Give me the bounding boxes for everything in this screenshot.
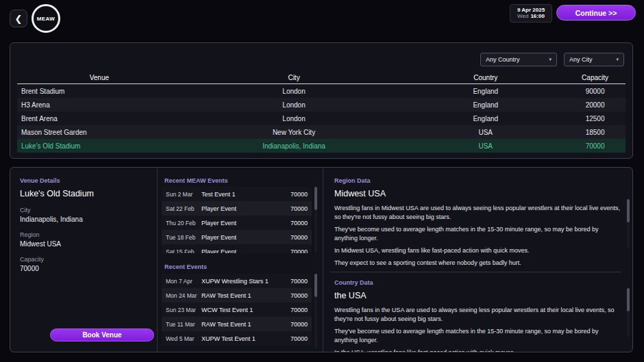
city-value: Indianapolis, Indiana — [20, 216, 147, 223]
venue-country-cell: England — [406, 115, 565, 122]
venue-country-cell: USA — [406, 129, 565, 136]
event-attendance: 70000 — [283, 278, 308, 285]
back-button[interactable]: ❮ — [10, 10, 27, 27]
venue-row[interactable]: Brent Stadium London England 90000 — [17, 84, 626, 98]
region-paragraph: They've become used to average length ma… — [334, 225, 621, 243]
event-row[interactable]: Tue 18 Feb Player Event 70000 — [162, 230, 312, 244]
scrollbar[interactable] — [627, 199, 630, 248]
venue-row[interactable]: H3 Arena London England 20000 — [17, 98, 626, 112]
scrollbar-thumb[interactable] — [627, 199, 630, 222]
event-attendance: 70000 — [283, 335, 308, 342]
venue-row[interactable]: Luke's Old Stadium Indianapolis, Indiana… — [17, 139, 626, 153]
country-paragraph: They've become used to average length ma… — [334, 327, 621, 345]
event-row[interactable]: Sat 22 Feb Player Event 70000 — [162, 201, 312, 216]
venue-capacity-cell: 70000 — [565, 142, 626, 150]
venue-capacity-cell: 90000 — [565, 88, 626, 95]
time-text: Wed16:00 — [510, 13, 552, 19]
venue-name-cell: Luke's Old Stadium — [17, 142, 182, 150]
recent-events-label: Recent Events — [164, 263, 207, 270]
event-date: Sun 23 Mar — [166, 307, 197, 313]
recent-meaw-events-list: Sun 2 Mar Test Event 1 70000 Sat 22 Feb … — [162, 187, 312, 253]
region-country-column: Region Data Midwest USA Wrestling fans i… — [323, 168, 632, 352]
event-row[interactable]: Mon 24 Mar RAW Test Event 1 70000 — [162, 288, 312, 302]
event-row[interactable]: Wed 5 Mar XUPW Test Event 1 70000 — [162, 331, 312, 346]
region-paragraph: Wrestling fans in Midwest USA are used t… — [334, 204, 621, 222]
event-name: RAW Test Event 1 — [201, 321, 279, 328]
country-title: the USA — [334, 291, 621, 300]
logo-text: MEAW — [37, 16, 55, 22]
country-filter-dropdown[interactable]: Any Country ▾ — [480, 53, 557, 66]
event-date: Sat 15 Feb — [166, 248, 197, 254]
region-label: Region — [20, 231, 147, 238]
venue-city-cell: London — [182, 88, 407, 95]
event-date: Sat 22 Feb — [166, 205, 197, 212]
column-header-country: Country — [406, 74, 565, 81]
region-value: Midwest USA — [20, 240, 147, 248]
date-text: 9 Apr 2025 — [510, 7, 552, 13]
recent-events-list: Mon 7 Apr XUPW Wrestling Stars 1 70000 M… — [162, 274, 312, 352]
selected-venue-name: Luke's Old Stadium — [20, 189, 147, 198]
venue-capacity-cell: 18500 — [565, 129, 626, 136]
venue-details-column: Venue Details Luke's Old Stadium City In… — [10, 168, 158, 352]
venue-country-cell: England — [406, 88, 565, 95]
venue-name-cell: Brent Arena — [17, 115, 182, 122]
events-lists-column: Recent MEAW Events Sun 2 Mar Test Event … — [158, 168, 323, 352]
event-date: Mon 24 Mar — [166, 292, 197, 299]
country-paragraph: In the USA, wrestling fans like fast-pac… — [334, 348, 621, 352]
event-date: Thu 20 Feb — [166, 220, 197, 227]
event-date: Mon 7 Apr — [166, 278, 197, 285]
scrollbar[interactable] — [627, 288, 630, 337]
event-date: Wed 5 Mar — [166, 335, 197, 342]
venue-row[interactable]: Brent Arena London England 12500 — [17, 112, 626, 125]
recent-meaw-events-label: Recent MEAW Events — [164, 177, 228, 184]
capacity-value: 70000 — [20, 265, 147, 272]
event-date: Tue 11 Mar — [166, 321, 197, 328]
event-row[interactable]: Sun 2 Mar Test Event 1 70000 — [162, 187, 312, 201]
event-row[interactable]: Thu 20 Feb Player Event 70000 — [162, 216, 312, 230]
event-attendance: 70000 — [283, 191, 308, 198]
capacity-field: Capacity 70000 — [20, 256, 147, 272]
country-paragraphs: Wrestling fans in the USA are used to al… — [334, 306, 621, 352]
section-divider — [330, 272, 621, 272]
event-attendance: 70000 — [283, 234, 308, 241]
event-name: RAW Test Event 1 — [201, 292, 279, 299]
region-paragraph: They expect to see a sporting contest wh… — [334, 259, 621, 268]
continue-button[interactable]: Continue >> — [556, 5, 636, 21]
venue-row[interactable]: Mason Street Garden New York City USA 18… — [17, 125, 626, 139]
scrollbar[interactable] — [314, 274, 317, 349]
event-date: Sun 2 Mar — [166, 191, 197, 198]
region-data-label: Region Data — [334, 177, 621, 184]
book-venue-button[interactable]: Book Venue — [50, 328, 154, 341]
event-name: Player Event — [201, 248, 279, 254]
venue-capacity-cell: 12500 — [565, 115, 626, 122]
event-attendance: 70000 — [283, 220, 308, 227]
event-row[interactable]: Tue 11 Mar RAW Test Event 1 70000 — [162, 317, 312, 331]
chevron-down-icon: ▾ — [549, 57, 552, 62]
scrollbar-thumb[interactable] — [627, 288, 630, 311]
region-title: Midwest USA — [334, 189, 621, 198]
region-paragraph: In Midwest USA, wrestling fans like fast… — [334, 246, 621, 255]
city-label: City — [20, 207, 147, 214]
region-field: Region Midwest USA — [20, 231, 147, 248]
date-widget: 9 Apr 2025 Wed16:00 — [510, 4, 552, 23]
venues-table-body: Brent Stadium London England 90000 H3 Ar… — [17, 84, 626, 153]
event-attendance: 70000 — [283, 248, 308, 254]
event-row[interactable]: Mon 7 Apr XUPW Wrestling Stars 1 70000 — [162, 274, 312, 288]
country-data-label: Country Data — [334, 279, 621, 286]
event-name: XUPW Wrestling Stars 1 — [201, 278, 279, 285]
back-icon: ❮ — [15, 14, 23, 24]
venues-panel: Any Country ▾ Any City ▾ Venue City Coun… — [10, 42, 633, 159]
venue-name-cell: Mason Street Garden — [17, 129, 182, 136]
event-row[interactable]: Sat 15 Feb Player Event 70000 — [162, 244, 312, 253]
city-filter-value: Any City — [569, 56, 593, 63]
event-date: Tue 18 Feb — [166, 234, 197, 241]
country-paragraph: Wrestling fans in the USA are used to al… — [334, 306, 621, 324]
app-logo: MEAW — [32, 4, 60, 33]
scrollbar-thumb[interactable] — [314, 187, 317, 210]
scrollbar[interactable] — [314, 187, 317, 253]
city-filter-dropdown[interactable]: Any City ▾ — [564, 53, 624, 66]
scrollbar-thumb[interactable] — [314, 274, 317, 297]
event-row[interactable]: Sun 23 Mar WCW Test Event 1 70000 — [162, 302, 312, 317]
clock-text: 16:00 — [530, 13, 544, 19]
event-name: Player Event — [201, 220, 279, 227]
